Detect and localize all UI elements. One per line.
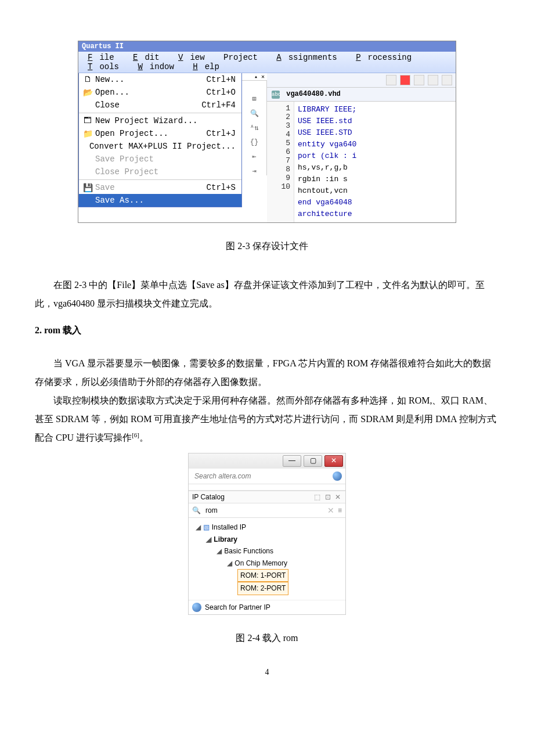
figure-2-4-caption: 图 2-4 载入 rom <box>35 632 499 645</box>
code-text: LIBRARY IEEE; USE IEEE.std USE IEEE.STD … <box>294 102 360 222</box>
menu-item-save-as[interactable]: Save As... <box>79 194 241 207</box>
tool-icon[interactable]: ᴬ⇅ <box>250 124 258 132</box>
menu-item-open-project[interactable]: 📁 Open Project... Ctrl+J <box>79 127 241 140</box>
filter-menu-icon[interactable]: ≡ <box>338 506 342 514</box>
toolbar-icon[interactable] <box>428 75 438 85</box>
toolbar-icon[interactable] <box>386 75 396 85</box>
search-icon: 🔍 <box>192 506 201 514</box>
editor-gutter-tools: ⊞ 🔍 ᴬ⇅ {} ⇤ ⇥ <box>242 81 267 175</box>
ip-filter-row: 🔍 ✕ ≡ <box>189 503 345 518</box>
file-menu-dropdown: 🗋 New... Ctrl+N 📂 Open... Ctrl+O Close C… <box>78 73 242 207</box>
globe-icon[interactable] <box>333 471 342 481</box>
tree-item-rom-1port[interactable]: ROM: 1-PORT <box>193 569 341 582</box>
menu-edit[interactable]: Edit <box>126 53 167 62</box>
toolbar-icon[interactable] <box>414 75 424 85</box>
quartus-right-pane: ▴ ✕ ⊞ 🔍 ᴬ⇅ {} ⇤ ⇥ abc vga640480.vhd <box>242 73 456 222</box>
toolbar-icon[interactable] <box>442 75 452 85</box>
save-icon: 💾 <box>82 183 93 192</box>
quartus-titlebar: Quartus II <box>78 41 456 52</box>
menu-assignments[interactable]: Assignments <box>269 53 344 62</box>
ip-catalog-header: IP Catalog ⬚ ⊡ ✕ <box>189 491 345 503</box>
editor-toolbar <box>267 73 456 88</box>
menu-tools[interactable]: Tools <box>81 62 126 71</box>
wizard-icon: 🗔 <box>82 116 93 125</box>
tree-node-basic-functions[interactable]: ◢ Basic Functions <box>193 545 341 557</box>
vhd-file-icon: abc <box>272 91 280 99</box>
figure-2-3-caption: 图 2-3 保存设计文件 <box>35 240 499 253</box>
altera-search-input[interactable] <box>192 471 329 481</box>
tree-node-library[interactable]: ◢ Library <box>193 534 341 545</box>
menu-help[interactable]: Help <box>186 62 226 71</box>
quartus-menubar: File Edit View Project Assignments Proce… <box>78 52 456 73</box>
paragraph-2: 当 VGA 显示器要显示一帧图像，需要较多的数据量，FPGA 芯片内置的 ROM… <box>35 354 499 447</box>
outdent-icon[interactable]: ⇥ <box>252 167 256 175</box>
close-button[interactable]: ✕ <box>324 455 343 467</box>
menu-window[interactable]: Window <box>131 62 181 71</box>
tree-item-rom-2port[interactable]: ROM: 2-PORT <box>193 582 341 595</box>
editor-tab-label: vga640480.vhd <box>286 90 341 98</box>
section-heading-rom: 2. rom 载入 <box>35 325 499 337</box>
pane-header-controls[interactable]: ▴ ✕ <box>242 73 267 81</box>
indent-icon[interactable]: ⇤ <box>252 152 256 161</box>
menu-item-open[interactable]: 📂 Open... Ctrl+O <box>79 86 241 99</box>
ip-tree: ◢ ▧ Installed IP ◢ Library ◢ Basic Funct… <box>189 518 345 599</box>
tree-node-installed-ip[interactable]: ◢ ▧ Installed IP <box>193 521 341 533</box>
open-file-icon: 📂 <box>82 88 93 97</box>
menu-item-new-project-wizard[interactable]: 🗔 New Project Wizard... <box>79 114 241 127</box>
quartus-screenshot: Quartus II File Edit View Project Assign… <box>78 41 456 223</box>
toolbar-stop-icon[interactable] <box>400 75 410 85</box>
partner-ip-link[interactable]: Search for Partner IP <box>205 603 270 611</box>
find-icon[interactable]: 🔍 <box>250 109 259 118</box>
ip-catalog-window: — ▢ ✕ IP Catalog ⬚ ⊡ ✕ 🔍 ✕ ≡ ◢ ▧ Install… <box>188 453 346 614</box>
menu-item-save-project: Save Project <box>79 153 241 165</box>
ip-footer[interactable]: Search for Partner IP <box>189 600 345 614</box>
menu-view[interactable]: View <box>171 53 212 62</box>
maximize-button[interactable]: ▢ <box>304 455 322 467</box>
menu-processing[interactable]: Processing <box>349 53 418 62</box>
globe-icon <box>192 603 201 612</box>
citation-ref: [6] <box>132 431 139 438</box>
menu-project[interactable]: Project <box>217 53 265 62</box>
panel-controls[interactable]: ⬚ ⊡ ✕ <box>314 493 342 501</box>
page-number: 4 <box>35 668 499 677</box>
menu-file[interactable]: File <box>81 53 121 62</box>
window-titlebar: — ▢ ✕ <box>189 453 345 469</box>
menu-item-new[interactable]: 🗋 New... Ctrl+N <box>79 73 241 86</box>
editor-tab[interactable]: abc vga640480.vhd <box>267 88 456 102</box>
minimize-button[interactable]: — <box>283 455 301 467</box>
new-file-icon: 🗋 <box>82 75 93 84</box>
menu-item-save: 💾 Save Ctrl+S <box>79 181 241 194</box>
menu-item-close-project: Close Project <box>79 165 241 178</box>
tree-node-on-chip-memory[interactable]: ◢ On Chip Memory <box>193 557 341 569</box>
paragraph-1: 在图 2-3 中的【File】菜单中点选【Save as】存盘并保证该文件添加到… <box>35 276 499 313</box>
clear-filter-icon[interactable]: ✕ <box>327 506 334 515</box>
tool-icon[interactable]: ⊞ <box>252 95 256 103</box>
menu-item-convert-project[interactable]: Convert MAX+PLUS II Project... <box>79 140 241 153</box>
altera-search-row <box>189 469 345 484</box>
line-numbers: 1 2 3 4 5 6 7 8 9 10 <box>267 102 294 222</box>
menu-item-close[interactable]: Close Ctrl+F4 <box>79 99 241 111</box>
ip-filter-input[interactable] <box>204 506 324 515</box>
code-editor[interactable]: 1 2 3 4 5 6 7 8 9 10 LIBRARY IEEE; USE I… <box>267 102 456 222</box>
open-project-icon: 📁 <box>82 129 93 138</box>
braces-icon[interactable]: {} <box>250 138 258 146</box>
ip-catalog-title: IP Catalog <box>192 493 225 501</box>
